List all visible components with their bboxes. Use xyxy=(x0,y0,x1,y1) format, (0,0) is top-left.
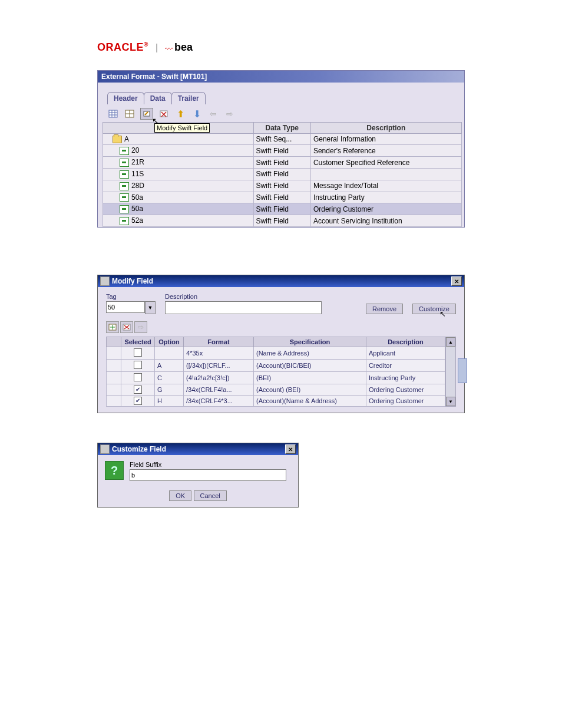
dialog-titlebar[interactable]: Customize Field ✕ xyxy=(98,443,298,455)
folder-icon xyxy=(113,136,122,143)
option-description: Ordering Customer xyxy=(366,384,445,396)
customize-field-dialog: Customize Field ✕ ? Field Suffix OK Canc… xyxy=(97,443,299,508)
specification-value: (BEI) xyxy=(254,372,366,384)
options-toolbar: ⇨ xyxy=(106,321,456,333)
table-add-icon[interactable] xyxy=(124,108,135,119)
col-handle xyxy=(107,337,121,347)
tab-data[interactable]: Data xyxy=(144,92,172,104)
field-suffix-input[interactable] xyxy=(130,469,286,481)
options-scrollbar[interactable]: ▲ ▼ xyxy=(445,337,456,407)
format-value: /34x(CRLF4!a... xyxy=(184,384,254,396)
selected-checkbox[interactable] xyxy=(134,373,142,381)
tab-header[interactable]: Header xyxy=(107,92,144,104)
field-name: 52a xyxy=(131,216,143,225)
row-handle xyxy=(107,384,121,396)
field-name: 50a xyxy=(131,205,143,213)
ok-button[interactable]: OK xyxy=(169,490,191,501)
col-data-type[interactable]: Data Type xyxy=(253,123,310,134)
table-row[interactable]: 20Swift FieldSender's Reference xyxy=(103,145,462,157)
col-format[interactable]: Format xyxy=(184,337,254,347)
option-description: Creditor xyxy=(366,360,445,372)
scroll-up-icon[interactable]: ▲ xyxy=(446,337,455,347)
tab-trailer[interactable]: Trailer xyxy=(171,92,206,104)
move-option-icon[interactable]: ⇨ xyxy=(134,321,147,333)
table-row[interactable]: 52aSwift FieldAccount Servicing Institut… xyxy=(103,215,462,227)
remove-button[interactable]: Remove xyxy=(366,304,403,314)
field-suffix-label: Field Suffix xyxy=(130,461,291,468)
field-name: 11S xyxy=(131,170,144,178)
arrow-right-icon[interactable]: ⇨ xyxy=(224,108,236,119)
col-option-description[interactable]: Description xyxy=(366,337,445,347)
field-type: Swift Field xyxy=(253,180,310,192)
row-handle xyxy=(107,372,121,384)
modify-swift-field-icon[interactable] xyxy=(140,108,153,120)
add-option-icon[interactable] xyxy=(106,321,119,333)
close-icon[interactable]: ✕ xyxy=(451,276,462,286)
scroll-down-icon[interactable]: ▼ xyxy=(446,397,455,406)
cancel-button[interactable]: Cancel xyxy=(194,490,227,501)
field-icon xyxy=(120,182,129,190)
table-row[interactable]: 21RSwift FieldCustomer Specified Referen… xyxy=(103,157,462,169)
field-name: A xyxy=(124,135,129,143)
arrow-up-icon[interactable]: ⬆ xyxy=(174,108,186,119)
table-row[interactable]: 50aSwift FieldOrdering Customer xyxy=(103,203,462,215)
tag-input[interactable] xyxy=(106,301,145,313)
col-description[interactable]: Description xyxy=(310,123,461,134)
customize-button[interactable]: Customize xyxy=(412,304,456,314)
description-label: Description xyxy=(165,293,322,300)
table-row[interactable]: ✔G/34x(CRLF4!a...(Account) (BEI)Ordering… xyxy=(107,384,445,396)
close-icon[interactable]: ✕ xyxy=(285,444,296,454)
arrow-down-icon[interactable]: ⬇ xyxy=(191,108,203,119)
table-row[interactable]: 11SSwift Field xyxy=(103,168,462,180)
specification-value: (Account)(BIC/BEI) xyxy=(254,360,366,372)
table-row[interactable]: 4*35x(Name & Address)Applicant xyxy=(107,347,445,360)
selected-checkbox[interactable] xyxy=(134,361,142,369)
field-name: 20 xyxy=(131,146,139,154)
arrow-left-icon[interactable]: ⇦ xyxy=(207,108,219,119)
option-description: Ordering Customer xyxy=(366,396,445,407)
tag-label: Tag xyxy=(106,293,156,300)
format-value: ([/34x])(CRLF... xyxy=(184,360,254,372)
specification-value: (Account)(Name & Address) xyxy=(254,396,366,407)
col-selected[interactable]: Selected xyxy=(121,337,155,347)
field-type: Swift Field xyxy=(253,145,310,157)
field-type: Swift Field xyxy=(253,157,310,169)
delete-option-icon[interactable] xyxy=(120,321,133,333)
col-option[interactable]: Option xyxy=(155,337,184,347)
tooltip-modify-swift-field: Modify Swift Field xyxy=(154,123,210,133)
table-row[interactable]: 28DSwift FieldMessage Index/Total xyxy=(103,180,462,192)
modify-field-dialog: Modify Field ✕ Tag ▼ Description Remove xyxy=(97,275,465,413)
table-row[interactable]: C(4!a2!a2!c[3!c])(BEI)Instructing Party xyxy=(107,372,445,384)
specification-value: (Name & Address) xyxy=(254,347,366,360)
fields-table: Field Name Data Type Description ASwift … xyxy=(103,122,462,227)
external-format-panel: External Format - Swift [MT101] Header D… xyxy=(97,70,465,228)
description-input[interactable] xyxy=(165,301,322,314)
window-icon xyxy=(100,276,110,286)
table-row[interactable]: 50aSwift FieldInstructing Party xyxy=(103,192,462,203)
scroll-thumb[interactable] xyxy=(458,358,467,383)
field-description xyxy=(310,168,461,180)
tag-dropdown-arrow[interactable]: ▼ xyxy=(145,301,156,314)
selected-checkbox[interactable]: ✔ xyxy=(134,397,142,405)
selected-checkbox[interactable]: ✔ xyxy=(134,386,142,394)
table-row[interactable]: A([/34x])(CRLF...(Account)(BIC/BEI)Credi… xyxy=(107,360,445,372)
field-description: Ordering Customer xyxy=(310,203,461,215)
option-description: Applicant xyxy=(366,347,445,360)
selected-checkbox[interactable] xyxy=(134,348,142,357)
dialog-title: Customize Field xyxy=(112,445,166,453)
field-icon xyxy=(120,193,129,202)
logo-separator: | xyxy=(156,42,158,53)
row-handle xyxy=(107,396,121,407)
grid-icon[interactable] xyxy=(107,108,119,119)
dialog-titlebar[interactable]: Modify Field ✕ xyxy=(98,275,464,287)
brand-logos: ORACLE® | 〰bea xyxy=(97,41,465,54)
delete-icon[interactable] xyxy=(158,108,170,119)
dialog-title: Modify Field xyxy=(112,277,153,285)
format-value: 4*35x xyxy=(184,347,254,360)
field-name: 28D xyxy=(131,182,144,190)
col-specification[interactable]: Specification xyxy=(254,337,366,347)
table-row[interactable]: ✔H/34x(CRLF4*3...(Account)(Name & Addres… xyxy=(107,396,445,407)
field-type: Swift Field xyxy=(253,203,310,215)
table-row[interactable]: ASwift Seq...General Information xyxy=(103,134,462,145)
option-value xyxy=(155,347,184,360)
